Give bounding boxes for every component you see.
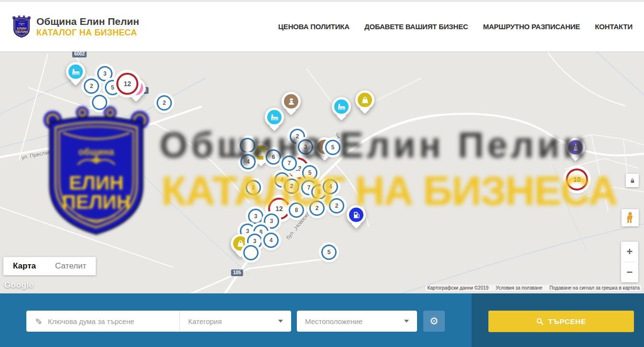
site-logo[interactable]: община ЕЛИН ПЕЛИН Община Елин Пелин КАТА… xyxy=(12,12,139,42)
zoom-out-button[interactable]: − xyxy=(621,262,638,282)
category-select[interactable]: Категория xyxy=(180,311,291,332)
location-select[interactable]: Местоположение xyxy=(297,311,417,332)
chevron-down-icon xyxy=(278,320,283,323)
gear-icon: ⚙ xyxy=(429,315,439,327)
lock-button[interactable] xyxy=(626,174,639,187)
site-subtitle: КАТАЛОГ НА БИЗНЕСА xyxy=(36,27,139,38)
nav-item[interactable]: КОНТАКТИ xyxy=(595,22,633,31)
pegman-button[interactable] xyxy=(621,209,639,226)
attribution-terms-link[interactable]: Условия за ползване xyxy=(496,285,542,291)
attribution-copyright: Картографски данни ©2019 xyxy=(427,285,488,291)
svg-text:ЕЛИН: ЕЛИН xyxy=(17,27,26,30)
nav-item[interactable]: ЦЕНОВА ПОЛИТИКА xyxy=(278,22,350,31)
keyword-section: ✎ xyxy=(26,311,180,332)
pegman-icon xyxy=(625,212,635,224)
main-nav: ЦЕНОВА ПОЛИТИКАДОБАВЕТЕ ВАШИЯТ БИЗНЕСМАР… xyxy=(278,22,633,31)
nav-item[interactable]: МАРШРУТНО РАЗПИСАНИЕ xyxy=(483,22,580,31)
map-type-control: Карта Сателит xyxy=(3,257,96,275)
keyword-input[interactable] xyxy=(47,317,164,326)
pencil-icon: ✎ xyxy=(33,317,43,325)
search-button-label: ТЪРСЕНЕ xyxy=(548,317,586,325)
site-title: Община Елин Пелин xyxy=(36,16,139,27)
filter-box: ✎ Категория xyxy=(26,311,291,332)
advanced-settings-button[interactable]: ⚙ xyxy=(423,311,445,332)
map-type-satellite-button[interactable]: Сателит xyxy=(45,257,96,275)
search-icon xyxy=(536,318,543,325)
lock-icon xyxy=(630,178,635,184)
location-select-value: Местоположение xyxy=(305,317,362,325)
google-logo[interactable]: Google xyxy=(4,280,34,290)
zoom-in-button[interactable]: + xyxy=(621,242,638,262)
svg-text:ПЕЛИН: ПЕЛИН xyxy=(16,30,28,34)
map-attribution: Картографски данни ©2019 Условия за полз… xyxy=(426,285,641,291)
nav-item[interactable]: ДОБАВЕТЕ ВАШИЯТ БИЗНЕС xyxy=(364,22,468,31)
chevron-down-icon xyxy=(404,320,409,323)
category-select-value: Категория xyxy=(188,317,222,325)
zoom-control: + − xyxy=(621,242,638,282)
location-box: Местоположение xyxy=(297,311,417,332)
map-controls-layer: Карта Сателит + − Google Картографски да… xyxy=(0,49,644,293)
map-type-map-button[interactable]: Карта xyxy=(3,257,45,275)
map-canvas[interactable]: 60023105ул. Преславбул. „Новоселци 32512… xyxy=(0,49,644,293)
attribution-report-link[interactable]: Подаване на сигнал за грешка в картата xyxy=(550,285,640,291)
header: община ЕЛИН ПЕЛИН Община Елин Пелин КАТА… xyxy=(0,0,644,52)
search-bar: ✎ Категория Местоположение ⚙ ТЪРСЕНЕ xyxy=(0,293,644,347)
municipality-crest-icon: община ЕЛИН ПЕЛИН xyxy=(12,12,31,42)
search-submit-button[interactable]: ТЪРСЕНЕ xyxy=(488,311,634,332)
